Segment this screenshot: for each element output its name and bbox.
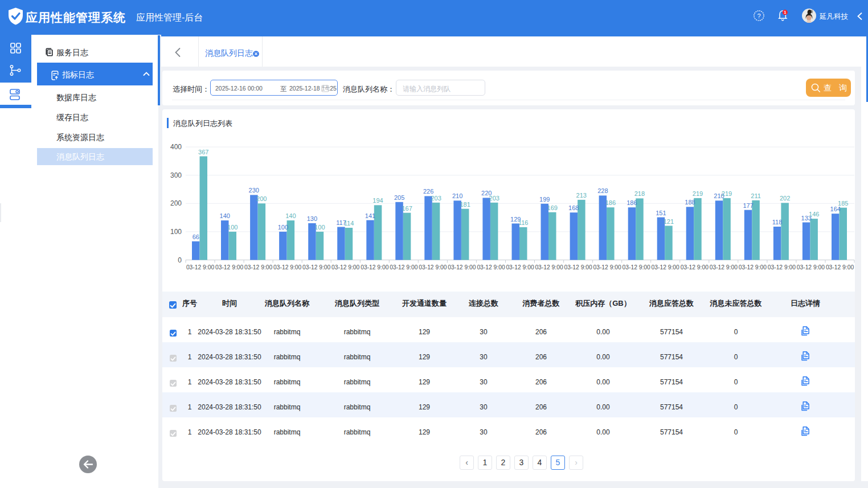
svg-text:03-12 9:00: 03-12 9:00 <box>419 264 447 270</box>
svg-text:228: 228 <box>597 187 608 194</box>
svg-text:167: 167 <box>402 205 412 212</box>
svg-text:100: 100 <box>278 224 288 231</box>
svg-text:1: 1 <box>784 10 786 15</box>
svg-text:210: 210 <box>452 192 462 199</box>
svg-text:116: 116 <box>518 219 529 226</box>
svg-text:100: 100 <box>227 224 238 231</box>
svg-text:200: 200 <box>170 199 182 207</box>
svg-text:200: 200 <box>256 195 267 202</box>
svg-text:203: 203 <box>431 195 441 202</box>
svg-text:100: 100 <box>314 224 325 231</box>
svg-text:03-12 9:00: 03-12 9:00 <box>448 264 476 270</box>
svg-text:177: 177 <box>743 202 753 209</box>
svg-text:141: 141 <box>365 212 375 219</box>
svg-text:140: 140 <box>220 212 230 219</box>
svg-text:03-12 9:00: 03-12 9:00 <box>215 264 244 270</box>
svg-text:203: 203 <box>489 195 499 202</box>
svg-text:03-12 9:00: 03-12 9:00 <box>331 264 360 270</box>
svg-text:03-12 9:00: 03-12 9:00 <box>681 264 709 270</box>
svg-text:199: 199 <box>539 196 550 203</box>
svg-text:218: 218 <box>634 190 645 197</box>
svg-text:219: 219 <box>722 190 732 197</box>
svg-text:03-12 9:00: 03-12 9:00 <box>739 264 767 270</box>
svg-text:400: 400 <box>170 143 182 151</box>
svg-text:66: 66 <box>193 233 199 240</box>
svg-text:168: 168 <box>568 204 579 211</box>
svg-text:186: 186 <box>605 199 616 206</box>
svg-text:226: 226 <box>423 188 433 195</box>
svg-text:118: 118 <box>772 219 783 225</box>
svg-text:202: 202 <box>780 195 790 202</box>
svg-text:03-12 9:00: 03-12 9:00 <box>535 264 563 270</box>
svg-text:164: 164 <box>830 206 841 212</box>
svg-text:03-12 9:00: 03-12 9:00 <box>186 264 215 270</box>
svg-text:194: 194 <box>372 197 383 204</box>
svg-text:?: ? <box>757 13 760 19</box>
svg-text:03-12 9:00: 03-12 9:00 <box>390 264 418 270</box>
svg-text:03-12 9:00: 03-12 9:00 <box>477 264 505 270</box>
svg-text:100: 100 <box>170 228 182 236</box>
svg-text:121: 121 <box>664 218 674 225</box>
svg-text:185: 185 <box>838 200 848 207</box>
svg-text:186: 186 <box>627 199 637 206</box>
svg-text:367: 367 <box>198 149 208 155</box>
svg-text:130: 130 <box>307 215 317 222</box>
svg-text:188: 188 <box>685 199 695 206</box>
svg-text:03-12 9:00: 03-12 9:00 <box>623 264 651 270</box>
svg-text:03-12 9:00: 03-12 9:00 <box>768 264 796 270</box>
svg-text:03-12 9:00: 03-12 9:00 <box>797 264 825 270</box>
svg-text:03-12 9:00: 03-12 9:00 <box>826 264 854 270</box>
svg-text:03-12 9:00: 03-12 9:00 <box>273 264 302 270</box>
svg-text:03-12 9:00: 03-12 9:00 <box>710 264 738 270</box>
svg-text:169: 169 <box>547 204 558 211</box>
svg-text:114: 114 <box>344 220 354 227</box>
svg-text:213: 213 <box>576 192 587 199</box>
svg-text:300: 300 <box>170 171 182 179</box>
svg-text:03-12 9:00: 03-12 9:00 <box>652 264 680 270</box>
svg-text:219: 219 <box>693 190 703 197</box>
svg-text:0: 0 <box>178 256 182 264</box>
svg-text:151: 151 <box>656 210 666 216</box>
svg-text:230: 230 <box>249 187 259 194</box>
svg-text:205: 205 <box>394 194 404 201</box>
svg-text:211: 211 <box>751 192 761 199</box>
svg-text:146: 146 <box>809 211 819 218</box>
svg-text:03-12 9:00: 03-12 9:00 <box>361 264 389 270</box>
svg-text:03-12 9:00: 03-12 9:00 <box>564 264 592 270</box>
svg-text:03-12 9:00: 03-12 9:00 <box>302 264 331 270</box>
svg-text:181: 181 <box>460 201 470 208</box>
svg-text:140: 140 <box>285 212 296 219</box>
svg-text:03-12 9:00: 03-12 9:00 <box>244 264 273 270</box>
svg-text:03-12 9:00: 03-12 9:00 <box>593 264 621 270</box>
svg-text:03-12 9:00: 03-12 9:00 <box>506 264 534 270</box>
